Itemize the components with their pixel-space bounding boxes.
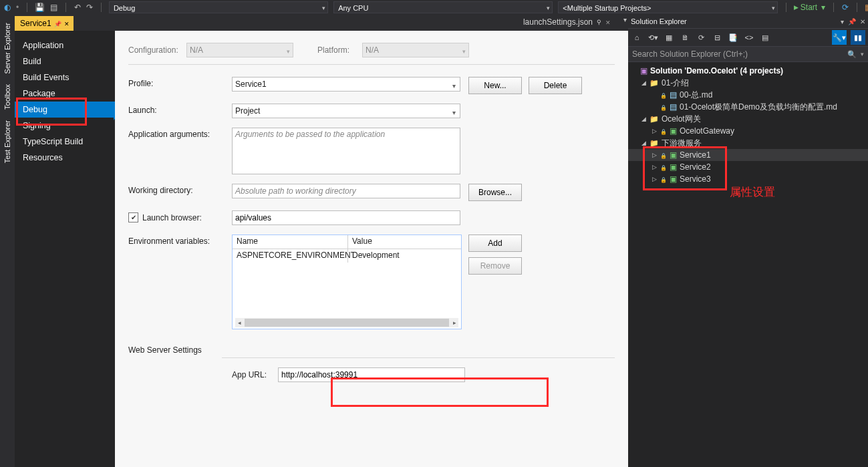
nav-typescript-build[interactable]: TypeScript Build	[15, 134, 115, 150]
env-cell-value: Development	[348, 249, 461, 263]
working-dir-input[interactable]: Absolute path to working directory	[232, 184, 460, 198]
nav-application[interactable]: Application	[15, 37, 115, 53]
app-url-input[interactable]	[278, 367, 465, 382]
add-button[interactable]: Add	[468, 235, 522, 252]
markdown-icon	[670, 102, 677, 112]
launch-combo[interactable]: Project	[232, 104, 460, 118]
pin-icon[interactable]	[54, 19, 61, 28]
nav-signing[interactable]: Signing	[15, 118, 115, 134]
markdown-icon	[670, 90, 677, 100]
folder-icon	[649, 114, 659, 124]
file-label: 00-总.md	[680, 90, 712, 101]
launch-browser-input[interactable]	[232, 210, 460, 225]
redo-icon[interactable]: ↷	[86, 3, 93, 12]
pin-icon[interactable]: ⚲	[597, 19, 601, 25]
solution-label: Solution 'Demo.Ocelot' (4 projects)	[650, 66, 783, 75]
folder-icon	[649, 78, 659, 88]
project-label: Service2	[680, 162, 711, 172]
refresh-icon[interactable]: ⟳	[842, 3, 849, 12]
dropdown-icon[interactable]: ▾	[841, 18, 844, 25]
folder-icon	[649, 138, 659, 148]
project-label: OcelotGateway	[680, 126, 734, 136]
folder-node[interactable]: Ocelot网关	[628, 113, 868, 125]
search-icon[interactable]: 🔍	[847, 50, 857, 59]
table-row[interactable]: ASPNETCORE_ENVIRONMENT Development	[233, 249, 461, 263]
csproj-icon	[670, 150, 677, 160]
start-button[interactable]: Start ▾	[794, 3, 826, 12]
home-icon[interactable]: ⌂	[631, 31, 643, 43]
nav-back-icon[interactable]: ◐	[4, 3, 11, 12]
chevron-left-icon[interactable]: ◂	[235, 319, 243, 326]
platform-combo[interactable]: Any CPU	[333, 1, 553, 13]
solution-icon	[640, 66, 647, 75]
scroll-thumb[interactable]	[245, 319, 449, 327]
project-node[interactable]: Service1	[628, 149, 868, 161]
folder-node[interactable]: 01-介绍	[628, 77, 868, 89]
nav-build-events[interactable]: Build Events	[15, 69, 115, 86]
file-label: 01-Ocelot极简单Demo及负载均衡的配置.md	[680, 102, 837, 113]
side-tab-toolbox[interactable]: Toolbox	[2, 80, 13, 114]
configuration-combo: N/A	[186, 43, 293, 57]
folder-node[interactable]: 下游微服务	[628, 137, 868, 149]
solution-node[interactable]: Solution 'Demo.Ocelot' (4 projects)	[628, 65, 868, 77]
platform-combo-disabled: N/A	[362, 43, 469, 57]
save-icon[interactable]: 💾	[35, 3, 45, 12]
launch-browser-label: Launch browser:	[142, 213, 202, 222]
delete-button[interactable]: Delete	[529, 77, 582, 94]
document-tab-active[interactable]: Service1	[15, 16, 74, 31]
pin-icon[interactable]: 📌	[848, 18, 856, 25]
startup-combo[interactable]: <Multiple Startup Projects>	[558, 1, 777, 13]
browse-button[interactable]: Browse...	[468, 184, 522, 201]
chevron-right-icon[interactable]: ▸	[450, 319, 458, 326]
doc-icon[interactable]: 🗎	[679, 31, 691, 43]
show-all-icon[interactable]: 📑	[727, 31, 739, 43]
document-tab-inactive[interactable]: launchSettings.json ⚲	[523, 15, 611, 29]
tab-dropdown-icon[interactable]: ▾	[623, 16, 627, 23]
close-icon[interactable]	[605, 17, 611, 27]
view-switch-icon[interactable]: ▮▮	[851, 30, 865, 45]
file-node[interactable]: 01-Ocelot极简单Demo及负载均衡的配置.md	[628, 101, 868, 113]
file-node[interactable]: 00-总.md	[628, 89, 868, 101]
refresh-icon[interactable]: ⟳	[695, 31, 707, 43]
nav-build[interactable]: Build	[15, 53, 115, 69]
project-node[interactable]: OcelotGateway	[628, 125, 868, 137]
side-tab-server-explorer[interactable]: Server Explorer	[2, 19, 13, 77]
properties-icon[interactable]: ▤	[759, 31, 771, 43]
sync-icon[interactable]: ⟲▾	[647, 31, 659, 43]
args-input[interactable]: Arguments to be passed to the applicatio…	[232, 128, 460, 174]
layers-icon[interactable]: ▦	[663, 31, 675, 43]
csproj-icon	[670, 162, 677, 172]
folder-label: Ocelot网关	[662, 114, 701, 125]
profile-combo[interactable]: Service1	[232, 77, 460, 92]
close-icon[interactable]: ✕	[860, 18, 865, 25]
undo-icon[interactable]: ↶	[74, 3, 81, 12]
wrench-icon[interactable]: 🔧▾	[832, 30, 847, 45]
main-toolbar: ◐ • 💾 ▤ ↶ ↷ Debug Any CPU <Multiple Star…	[0, 0, 868, 15]
horizontal-scrollbar[interactable]: ◂ ▸	[235, 318, 458, 327]
new-button[interactable]: New...	[468, 77, 522, 94]
folder-label: 01-介绍	[662, 77, 689, 89]
nav-debug[interactable]: Debug	[15, 102, 115, 118]
side-tab-test-explorer[interactable]: Test Explorer	[2, 116, 13, 167]
project-node[interactable]: Service2	[628, 161, 868, 173]
close-icon[interactable]	[64, 19, 69, 28]
tab-label: Service1	[20, 19, 51, 28]
configuration-label: Configuration:	[128, 45, 178, 55]
save-all-icon[interactable]: ▤	[50, 3, 57, 12]
project-node[interactable]: Service3	[628, 173, 868, 185]
app-url-label: App URL:	[232, 370, 278, 379]
collapse-icon[interactable]: ⊟	[711, 31, 723, 43]
launch-browser-checkbox[interactable]: ✔	[128, 212, 138, 222]
chevron-down-icon[interactable]: ▾	[861, 51, 864, 57]
env-vars-table[interactable]: Name Value ASPNETCORE_ENVIRONMENT Develo…	[232, 235, 462, 329]
brackets-icon[interactable]: <>	[743, 31, 755, 43]
nav-resources[interactable]: Resources	[15, 150, 115, 166]
layers-icon[interactable]: ▦	[865, 3, 868, 12]
config-combo[interactable]: Debug	[109, 1, 328, 13]
remove-button: Remove	[468, 257, 522, 275]
search-placeholder: Search Solution Explorer (Ctrl+;)	[632, 49, 748, 59]
nav-package[interactable]: Package	[15, 86, 115, 102]
nav-fwd-icon[interactable]: •	[16, 3, 19, 12]
solution-explorer-search[interactable]: Search Solution Explorer (Ctrl+;) 🔍 ▾	[628, 47, 868, 62]
lock-icon	[660, 162, 667, 172]
